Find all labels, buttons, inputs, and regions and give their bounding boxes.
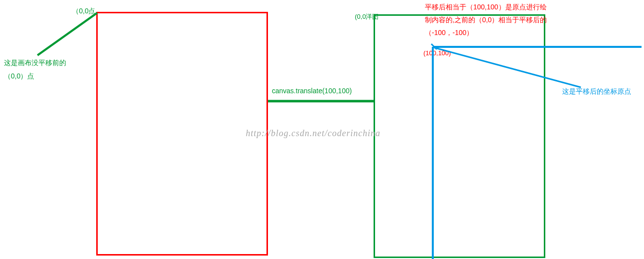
red-note-line3: （-100，-100）	[425, 29, 473, 37]
right-origin-label: (0,0洋图	[355, 12, 379, 21]
translated-canvas-rect	[374, 14, 545, 258]
left-annotation-line2: （0,0）点	[4, 72, 34, 81]
diagram-stage: （0,0点 这是画布没平移前的 （0,0）点 canvas.translate(…	[0, 0, 644, 259]
red-note-line2: 制内容的,之前的（0,0）相当于平移后的	[425, 16, 547, 25]
watermark-text: http://blog.csdn.net/coderinchina	[246, 128, 380, 139]
left-origin-label: （0,0点	[72, 7, 95, 16]
red-note-line1: 平移后相当于（100,100）是原点进行绘	[425, 3, 547, 12]
blue-note: 这是平移后的坐标原点	[562, 87, 631, 96]
left-annotation-line1: 这是画布没平移前的	[4, 59, 66, 68]
new-origin-coord-label: (100,100)	[423, 49, 451, 57]
translate-call-label: canvas.translate(100,100)	[272, 87, 352, 95]
original-canvas-rect	[96, 12, 268, 256]
left-pointer-line	[38, 13, 97, 55]
